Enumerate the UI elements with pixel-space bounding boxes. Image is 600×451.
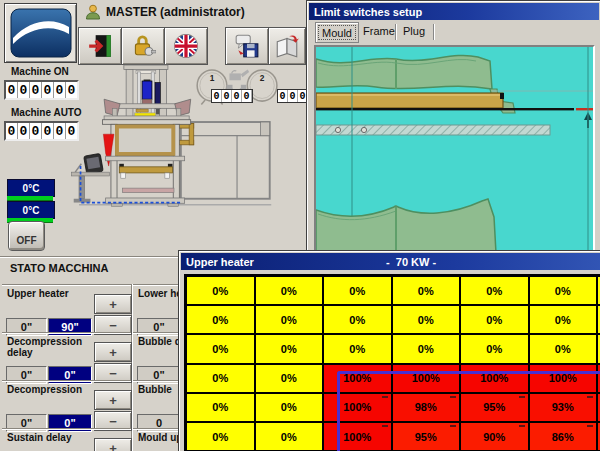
heater-cell-r2c5[interactable]: 0% — [460, 305, 529, 334]
param-label: Sustain delay — [7, 432, 93, 443]
cycle-counter-1-value: 0000 — [211, 89, 253, 103]
heater-cell-r3c3[interactable]: 0% — [323, 334, 392, 363]
brand-logo-icon — [10, 8, 72, 58]
heater-cell-r4c6[interactable]: 100% — [529, 364, 598, 393]
heater-cell-r5c4[interactable]: 98% — [392, 393, 461, 422]
limit-segment — [576, 108, 593, 110]
heater-cell-r1c1[interactable]: 0% — [186, 276, 255, 305]
heater-cell-r4c1[interactable]: 0% — [186, 364, 255, 393]
heater-cell-r6c2[interactable]: 0% — [255, 422, 324, 451]
logged-user-label: MASTER (administrator) — [106, 5, 245, 19]
heater-cell-r3c2[interactable]: 0% — [255, 334, 324, 363]
heater-cell-r6c5[interactable]: 90% — [460, 422, 529, 451]
mould-section-drawing — [316, 47, 593, 253]
param-sustain-delay: Sustain delay + — [2, 428, 131, 451]
heater-cell-r4c4[interactable]: 100% — [392, 364, 461, 393]
operator-console — [84, 153, 104, 174]
save-recipe-button[interactable] — [225, 27, 269, 65]
heater-cell-r6c3[interactable]: 100% — [323, 422, 392, 451]
lower-mould-bar — [119, 167, 172, 173]
param-upper-heater: Upper heater + − 0" 90" — [2, 284, 131, 332]
limit-window-titlebar: Limit switches setup — [309, 3, 599, 20]
param-label: Upper heater — [7, 288, 93, 299]
machine-state-title: STATO MACCHINA — [10, 262, 108, 274]
heater-cell-r2c6[interactable]: 0% — [529, 305, 598, 334]
heater-cell-r1c4[interactable]: 0% — [392, 276, 461, 305]
param-label: Decompression — [7, 384, 93, 395]
press-cylinder — [142, 81, 152, 99]
param-decompression-delay: Decompression delay + − 0" 0" — [2, 332, 131, 380]
heater-cell-r6c1[interactable]: 0% — [186, 422, 255, 451]
heater-cell-r4c5[interactable]: 100% — [460, 364, 529, 393]
param-label: Decompression delay — [7, 336, 93, 358]
logo-button[interactable] — [4, 3, 77, 63]
heater-cell-r6c6[interactable]: 86% — [529, 422, 598, 451]
temperature-display-2: 0°C — [7, 201, 55, 219]
cycle-counter-2-number: 2 — [260, 73, 265, 83]
heater-cell-r5c1[interactable]: 0% — [186, 393, 255, 422]
oil-can-icon — [229, 70, 249, 81]
increase-button[interactable]: + — [94, 390, 132, 410]
heater-cell-r2c2[interactable]: 0% — [255, 305, 324, 334]
heater-cell-r2c3[interactable]: 0% — [323, 305, 392, 334]
heater-cell-r5c3[interactable]: 100% — [323, 393, 392, 422]
heater-power-label: - 70 KW - — [386, 256, 436, 268]
heater-cell-r4c2[interactable]: 0% — [255, 364, 324, 393]
tab-divider — [433, 24, 435, 40]
machine-schematic: 1 2 — [0, 62, 310, 258]
tab-plug[interactable]: Plug — [403, 25, 425, 37]
heater-zone-grid: 0%0%0%0%0%0%0%0%0%0%0%0%0%0%0%0%0%0%0%0%… — [184, 274, 600, 451]
limit-drawing-area — [314, 45, 595, 255]
heater-cell-r3c5[interactable]: 0% — [460, 334, 529, 363]
password-button[interactable] — [121, 27, 165, 65]
table-strip — [316, 125, 550, 135]
tab-frame[interactable]: Frame — [363, 25, 395, 37]
heater-window-title: Upper heater — [186, 256, 254, 268]
upper-heater-window: Upper heater - 70 KW - 0%0%0%0%0%0%0%0%0… — [178, 250, 600, 451]
heater-cell-r1c3[interactable]: 0% — [323, 276, 392, 305]
cycle-counter-1-number: 1 — [210, 73, 215, 83]
param-decompression: Decompression + − 0" 0" — [2, 380, 131, 428]
heater-cell-r5c5[interactable]: 95% — [460, 393, 529, 422]
language-flag-icon — [173, 33, 199, 59]
heater-cell-r3c6[interactable]: 0% — [529, 334, 598, 363]
tab-mould[interactable]: Mould — [315, 22, 359, 43]
user-icon — [85, 4, 101, 20]
heater-cell-r2c1[interactable]: 0% — [186, 305, 255, 334]
heater-off-button[interactable]: OFF — [8, 221, 45, 251]
exit-button[interactable] — [78, 27, 122, 65]
limit-switches-window: Limit switches setup Mould Frame Plug — [306, 0, 600, 260]
save-icon — [234, 33, 260, 59]
exit-icon — [87, 33, 113, 59]
logbook-button[interactable] — [268, 27, 306, 65]
increase-button[interactable]: + — [94, 342, 132, 362]
lock-icon — [130, 33, 156, 59]
heater-cell-r1c2[interactable]: 0% — [255, 276, 324, 305]
heater-cell-r4c3[interactable]: 100% — [323, 364, 392, 393]
limit-window-title: Limit switches setup — [314, 6, 422, 18]
user-row: MASTER (administrator) — [85, 4, 245, 20]
application-window: MASTER (administrator) — [0, 0, 600, 451]
heater-cell-r1c5[interactable]: 0% — [460, 276, 529, 305]
heater-cell-r5c6[interactable]: 93% — [529, 393, 598, 422]
heater-cell-r3c4[interactable]: 0% — [392, 334, 461, 363]
increase-button[interactable]: + — [94, 294, 132, 314]
heater-cell-r3c1[interactable]: 0% — [186, 334, 255, 363]
heater-cell-r5c2[interactable]: 0% — [255, 393, 324, 422]
heater-cell-r6c4[interactable]: 95% — [392, 422, 461, 451]
parameter-column-1: Upper heater + − 0" 90" Decompression de… — [2, 284, 131, 451]
tab-divider — [395, 24, 397, 40]
heater-cell-r2c4[interactable]: 0% — [392, 305, 461, 334]
language-button[interactable] — [164, 27, 208, 65]
heater-window-titlebar: Upper heater - 70 KW - — [181, 253, 600, 270]
temperature-display-1: 0°C — [7, 179, 55, 197]
heater-cell-r1c6[interactable]: 0% — [529, 276, 598, 305]
logbook-icon — [274, 33, 300, 59]
increase-button[interactable]: + — [94, 438, 132, 451]
mould-frame — [117, 127, 173, 154]
